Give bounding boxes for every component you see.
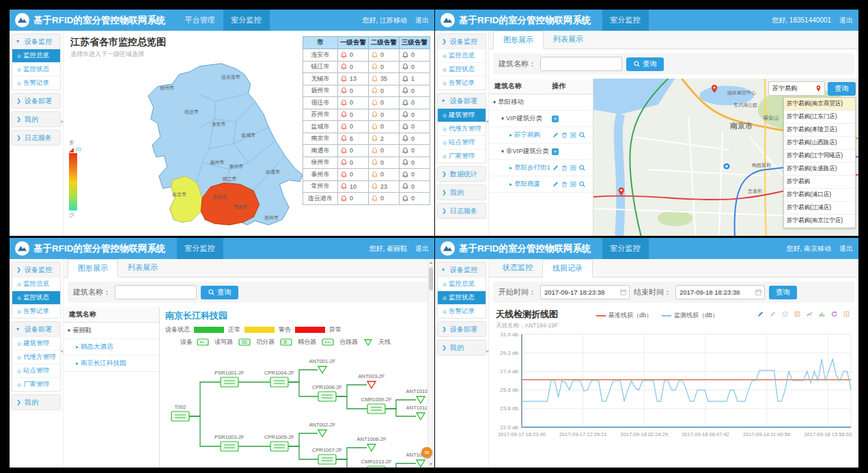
search-icon[interactable]	[578, 180, 586, 188]
list-icon[interactable]	[570, 180, 577, 188]
sidebar-collapse-handle[interactable]: ◂	[60, 348, 63, 354]
sidebar-group-header[interactable]: ▾设备部署	[12, 322, 60, 336]
table-row[interactable]: 盐城市000	[303, 121, 430, 133]
tree-node-label[interactable]: 崔丽鞋	[72, 326, 92, 335]
city-cell[interactable]: 南京市	[303, 133, 338, 145]
city-cell[interactable]: 徐州市	[303, 157, 338, 169]
sidebar-group-header[interactable]: ▾设备监控	[12, 34, 60, 49]
line-chart-icon[interactable]	[806, 310, 815, 319]
coupler-node[interactable]	[270, 377, 288, 387]
tree-node-row[interactable]: ▾VIP建筑分类+	[489, 111, 593, 127]
sidebar-group-header[interactable]: ❯我的	[438, 340, 486, 355]
search-result-item[interactable]: 苏宁易购(江宁同曦店)	[784, 150, 855, 163]
table-row[interactable]: 无锡市13351	[303, 73, 430, 85]
antenna-node[interactable]	[417, 396, 425, 403]
tab-list-view[interactable]: 列表展示	[544, 31, 593, 49]
sidebar-group-header[interactable]: ❯日志服务	[12, 131, 60, 145]
sidebar-collapse-handle[interactable]: ◂	[486, 348, 488, 354]
tab-line-loss-record[interactable]: 线损记录	[542, 259, 593, 278]
caret-down-icon[interactable]: ▾	[68, 327, 70, 334]
start-time-input[interactable]	[543, 286, 619, 299]
scroll-up-icon[interactable]: ▲	[428, 259, 434, 266]
device-topology-diagram[interactable]: T002PSR1001-2FCPR1004-2FANT001-2FCPR1006…	[165, 351, 434, 468]
caret-right-icon[interactable]: ▸	[509, 181, 512, 187]
antenna-node[interactable]	[367, 381, 376, 388]
tree-node-row[interactable]: ▾非VIP建筑分类+	[489, 144, 593, 160]
bar-chart-icon[interactable]	[818, 310, 827, 319]
sidebar-collapse-handle[interactable]: ◂	[486, 118, 488, 124]
sidebar-item[interactable]: ◎代维方管理	[438, 122, 486, 135]
sidebar-item[interactable]: ◎站点管理	[12, 364, 60, 377]
sidebar-item[interactable]: ◎厂家管理	[12, 377, 60, 391]
search-button[interactable]: 查询	[626, 57, 664, 71]
edit-icon[interactable]	[552, 180, 559, 188]
legend-item[interactable]: 监测线损（dB）	[662, 311, 718, 320]
delete-icon[interactable]	[561, 164, 568, 172]
tab-status-monitor[interactable]: 状态监控	[493, 259, 542, 277]
search-result-item[interactable]: 苏宁易购(江浦店)	[784, 202, 855, 215]
calendar-icon[interactable]	[619, 288, 627, 296]
tree-node-row[interactable]: ▸阜阳步行街1	[489, 160, 593, 176]
tree-node-row[interactable]: ▸丽晶大酒店	[64, 339, 159, 355]
tree-node-row[interactable]: ▾崔丽鞋	[64, 323, 159, 339]
list-icon[interactable]	[570, 131, 577, 139]
logout-link[interactable]: 退出	[415, 244, 429, 254]
search-result-item[interactable]: 苏宁易购(山西路店)	[784, 137, 855, 150]
tree-node-label[interactable]: 苏宁易购	[514, 131, 540, 139]
calendar-icon[interactable]	[755, 288, 762, 296]
tree-node-row[interactable]: ▸阜阳商厦	[489, 176, 593, 193]
logout-link[interactable]: 退出	[839, 16, 853, 25]
sidebar-item[interactable]: ◎告警记录	[12, 76, 60, 90]
combiner-node[interactable]	[367, 466, 385, 468]
search-icon[interactable]	[578, 164, 586, 172]
add-icon[interactable]: +	[552, 148, 559, 155]
table-row[interactable]: 徐州市000	[303, 157, 430, 169]
sidebar-item[interactable]: ◎告警记录	[438, 304, 486, 318]
city-cell[interactable]: 盐城市	[303, 121, 338, 133]
logout-link[interactable]: 退出	[415, 16, 429, 25]
scroll-down-icon[interactable]: ▼	[428, 461, 434, 468]
nav-item-platform[interactable]: 平台管理	[177, 10, 223, 31]
city-cell[interactable]: 宿迁市	[303, 97, 338, 109]
caret-right-icon[interactable]: ▸	[509, 132, 512, 138]
tree-node-row[interactable]: ▸南京长江科技园	[64, 355, 159, 372]
map-region-changzhou-wuxi[interactable]	[201, 183, 259, 226]
tree-node-label[interactable]: 非VIP建筑分类	[506, 147, 549, 156]
tree-node-label[interactable]: 丽晶大酒店	[81, 342, 113, 351]
sidebar-item[interactable]: ◎建筑管理	[438, 108, 486, 122]
legend-item[interactable]: 基准线损（db）	[596, 311, 652, 320]
coupler-node[interactable]	[318, 392, 336, 401]
end-time-input[interactable]	[678, 286, 755, 299]
city-cell[interactable]: 南通市	[303, 145, 338, 157]
delete-icon[interactable]	[561, 180, 568, 188]
scrollbar-thumb[interactable]	[429, 267, 433, 290]
table-row[interactable]: 扬州市000	[303, 85, 430, 97]
reader-node[interactable]	[171, 411, 189, 421]
antenna-node[interactable]	[318, 430, 326, 437]
search-button[interactable]: 查询	[201, 286, 238, 299]
nav-item-indoor-monitor[interactable]: 室分监控	[177, 238, 223, 259]
map-pin-blue-icon[interactable]	[723, 163, 731, 170]
city-cell[interactable]: 无锡市	[303, 73, 338, 85]
edit-icon[interactable]	[769, 310, 778, 319]
sidebar-group-header[interactable]: ▾设备监控	[438, 262, 486, 277]
table-row[interactable]: 宿迁市000	[303, 97, 430, 109]
caret-right-icon[interactable]: ▸	[76, 360, 79, 366]
sidebar-collapse-handle[interactable]: ◂	[60, 118, 63, 124]
map-search-button[interactable]: 查询	[828, 82, 856, 96]
caret-right-icon[interactable]: ▸	[76, 344, 79, 350]
tab-graphic-view[interactable]: 图形展示	[493, 31, 544, 49]
search-result-item[interactable]: 苏宁易购(南京商贸店)	[784, 98, 855, 111]
coupler-node[interactable]	[318, 455, 336, 464]
tree-node-label[interactable]: 阜阳商厦	[514, 180, 540, 189]
sidebar-item[interactable]: ◎告警记录	[438, 76, 486, 90]
city-cell[interactable]: 淮安市	[303, 49, 338, 62]
sidebar-group-header[interactable]: ❯我的	[438, 185, 486, 200]
map-search-input[interactable]	[771, 83, 815, 95]
jiangsu-province-map[interactable]: 徐州市连云港市宿迁市淮安市盐城市扬州市泰州市南通市镇江市南京市常州市无锡市苏州市	[124, 54, 322, 236]
edit-icon[interactable]	[552, 164, 559, 172]
search-result-item[interactable]: 苏宁易购(金盛路店)	[784, 163, 855, 176]
search-icon[interactable]	[578, 131, 586, 139]
search-result-item[interactable]: 苏宁易购(南京江宁店)	[784, 215, 855, 228]
sidebar-group-header[interactable]: ❯我的	[12, 395, 60, 409]
